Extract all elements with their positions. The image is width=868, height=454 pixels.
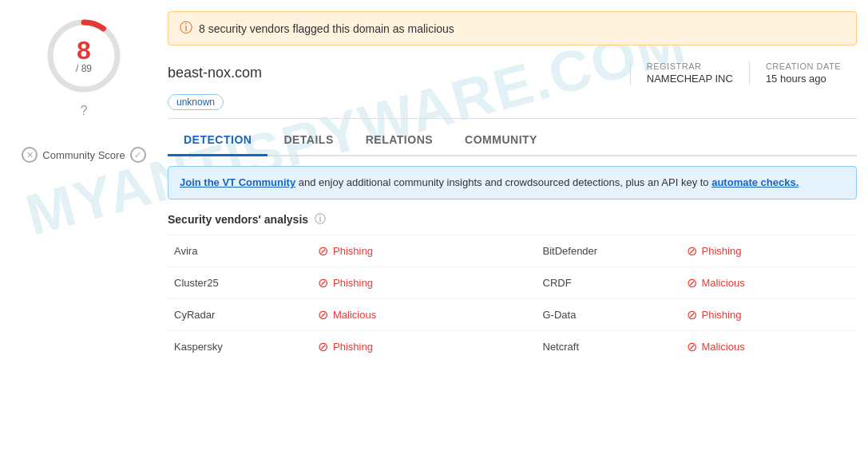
spacer-cell (489, 298, 537, 330)
vendors-table: Avira⊘PhishingBitDefender⊘PhishingCluste… (168, 235, 857, 362)
question-icon: ? (75, 102, 93, 120)
alert-circle-icon: ⊘ (687, 243, 697, 259)
tab-community[interactable]: COMMUNITY (449, 125, 553, 156)
tab-details[interactable]: DETAILS (268, 125, 349, 156)
vendor-result-left: ⊘Phishing (311, 330, 489, 362)
score-denom: / 89 (76, 63, 92, 74)
thumbs-down-icon[interactable]: ✕ (22, 147, 38, 163)
vendor-result-left: ⊘Malicious (311, 298, 489, 330)
result-label-left: Phishing (333, 245, 373, 257)
registrar-label: Registrar (647, 61, 733, 71)
left-panel: 8 / 89 ? ✕ Community Score ✓ (0, 0, 168, 454)
vendor-result-left: ⊘Phishing (311, 235, 489, 266)
vt-community-banner: Join the VT Community and enjoy addition… (168, 166, 857, 199)
creation-label: Creation Date (766, 61, 841, 71)
vendor-name-left: Cluster25 (168, 266, 311, 298)
tabs-row: DETECTION DETAILS RELATIONS COMMUNITY (168, 125, 857, 156)
result-label-right: Phishing (702, 309, 742, 321)
divider-1 (168, 118, 857, 119)
alert-banner: ⓘ 8 security vendors flagged this domain… (168, 11, 857, 45)
automate-checks-link[interactable]: automate checks. (711, 176, 799, 188)
domain-name: beast-nox.com (168, 65, 630, 81)
table-row: Cluster25⊘PhishingCRDF⊘Malicious (168, 266, 857, 298)
alert-icon: ⓘ (180, 20, 192, 37)
vendor-name-right: BitDefender (537, 235, 680, 266)
score-number: 8 (76, 38, 92, 63)
vendor-result-right: ⊘Malicious (680, 330, 858, 362)
result-label-right: Malicious (702, 277, 745, 289)
score-circle: 8 / 89 (44, 16, 124, 96)
vendor-name-right: G-Data (537, 298, 680, 330)
vt-community-link[interactable]: Join the VT Community (180, 176, 295, 188)
tab-relations[interactable]: RELATIONS (350, 125, 449, 156)
score-text: 8 / 89 (76, 38, 92, 74)
domain-info-row: beast-nox.com Registrar NAMECHEAP INC Cr… (168, 53, 857, 91)
vendor-result-right: ⊘Phishing (680, 298, 858, 330)
alert-circle-icon: ⊘ (687, 307, 697, 322)
alert-circle-icon: ⊘ (318, 243, 328, 259)
registrar-value: NAMECHEAP INC (647, 73, 733, 85)
spacer-cell (489, 330, 537, 362)
result-label-right: Malicious (702, 341, 745, 353)
vendors-title: Security vendors' analysis (168, 213, 308, 226)
page-wrapper: MYANTISPYWARE.COM 8 / 89 ? ✕ Community S… (0, 0, 868, 454)
vendor-name-right: CRDF (537, 266, 680, 298)
vendor-name-left: Avira (168, 235, 311, 266)
creation-date-block: Creation Date 15 hours ago (749, 61, 857, 85)
vt-banner-body: and enjoy additional community insights … (295, 176, 711, 188)
alert-text: 8 security vendors flagged this domain a… (199, 22, 454, 35)
domain-meta: Registrar NAMECHEAP INC Creation Date 15… (630, 61, 857, 85)
result-label-left: Phishing (333, 277, 373, 289)
spacer-cell (489, 235, 537, 266)
vendor-name-left: Kaspersky (168, 330, 311, 362)
thumbs-up-icon[interactable]: ✓ (130, 147, 146, 163)
vendor-name-left: CyRadar (168, 298, 311, 330)
result-label-left: Phishing (333, 341, 373, 353)
vendors-section: Security vendors' analysis ⓘ Avira⊘Phish… (168, 212, 857, 362)
vendors-info-icon[interactable]: ⓘ (315, 212, 326, 227)
vendor-result-left: ⊘Phishing (311, 266, 489, 298)
vendor-result-right: ⊘Malicious (680, 266, 858, 298)
creation-value: 15 hours ago (766, 73, 841, 85)
result-label-left: Malicious (333, 309, 376, 321)
domain-tag[interactable]: unknown (168, 94, 224, 110)
result-label-right: Phishing (702, 245, 742, 257)
alert-circle-icon: ⊘ (318, 307, 328, 322)
vendors-title-row: Security vendors' analysis ⓘ (168, 212, 857, 227)
tab-detection[interactable]: DETECTION (168, 125, 268, 156)
registrar-block: Registrar NAMECHEAP INC (630, 61, 749, 85)
table-row: Kaspersky⊘PhishingNetcraft⊘Malicious (168, 330, 857, 362)
vendor-name-right: Netcraft (537, 330, 680, 362)
community-score-label: Community Score (42, 149, 125, 161)
tag-row: unknown (168, 91, 868, 118)
community-score-row: ✕ Community Score ✓ (22, 147, 145, 163)
table-row: Avira⊘PhishingBitDefender⊘Phishing (168, 235, 857, 266)
alert-circle-icon: ⊘ (318, 275, 328, 290)
alert-circle-icon: ⊘ (687, 339, 697, 354)
main-panel: ⓘ 8 security vendors flagged this domain… (168, 0, 868, 454)
alert-circle-icon: ⊘ (687, 275, 697, 290)
alert-circle-icon: ⊘ (318, 339, 328, 354)
table-row: CyRadar⊘MaliciousG-Data⊘Phishing (168, 298, 857, 330)
vendor-result-right: ⊘Phishing (680, 235, 858, 266)
spacer-cell (489, 266, 537, 298)
